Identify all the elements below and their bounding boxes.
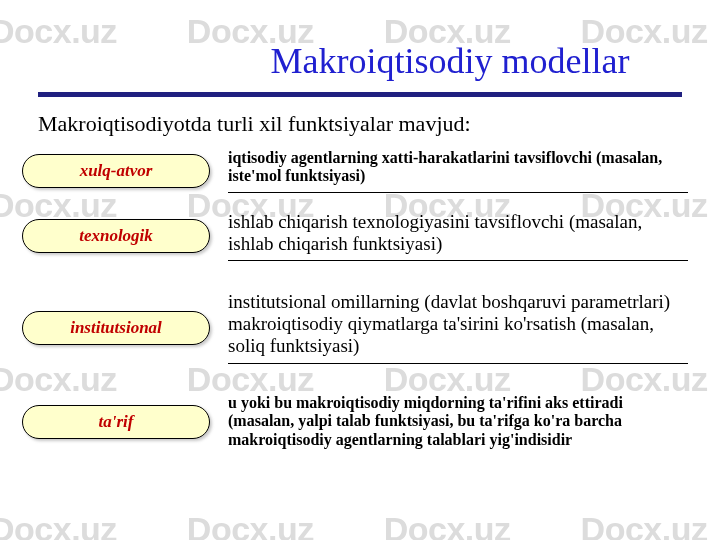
slide-content: Makroiqtisodiy modellar Makroiqtisodiyot… [0, 0, 720, 449]
row-xulq-atvor: xulq-atvor iqtisodiy agentlarning xatti-… [22, 149, 698, 193]
desc-wrap: u yoki bu makroiqtisodiy miqdorning ta'r… [228, 394, 698, 449]
row-description: institutsional omillarning (davlat boshq… [228, 291, 688, 357]
pill-texnologik: texnologik [22, 219, 210, 253]
row-separator [228, 260, 688, 261]
pill-label: texnologik [79, 226, 153, 246]
watermark-text: Docx.uz [0, 510, 117, 540]
page-title: Makroiqtisodiy modellar [200, 40, 700, 82]
row-description: ishlab chiqarish texnologiyasini tavsifl… [228, 211, 688, 255]
desc-wrap: institutsional omillarning (davlat boshq… [228, 291, 698, 364]
desc-wrap: ishlab chiqarish texnologiyasini tavsifl… [228, 211, 698, 262]
watermark-text: Docx.uz [187, 510, 314, 540]
row-separator [228, 363, 688, 364]
row-institutsional: institutsional institutsional omillarnin… [22, 291, 698, 364]
pill-institutsional: institutsional [22, 311, 210, 345]
title-underline [38, 92, 682, 97]
pill-xulq-atvor: xulq-atvor [22, 154, 210, 188]
rows-container: xulq-atvor iqtisodiy agentlarning xatti-… [20, 149, 700, 449]
watermark-text: Docx.uz [384, 510, 511, 540]
pill-label: xulq-atvor [80, 161, 153, 181]
row-texnologik: texnologik ishlab chiqarish texnologiyas… [22, 211, 698, 262]
pill-tarif: ta'rif [22, 405, 210, 439]
intro-text: Makroiqtisodiyotda turli xil funktsiyala… [38, 111, 700, 137]
row-description: iqtisodiy agentlarning xatti-harakatlari… [228, 149, 688, 186]
pill-label: ta'rif [99, 412, 134, 432]
watermark-text: Docx.uz [581, 510, 708, 540]
row-separator [228, 192, 688, 193]
desc-wrap: iqtisodiy agentlarning xatti-harakatlari… [228, 149, 698, 193]
row-tarif: ta'rif u yoki bu makroiqtisodiy miqdorni… [22, 394, 698, 449]
pill-label: institutsional [70, 318, 162, 338]
row-description: u yoki bu makroiqtisodiy miqdorning ta'r… [228, 394, 688, 449]
